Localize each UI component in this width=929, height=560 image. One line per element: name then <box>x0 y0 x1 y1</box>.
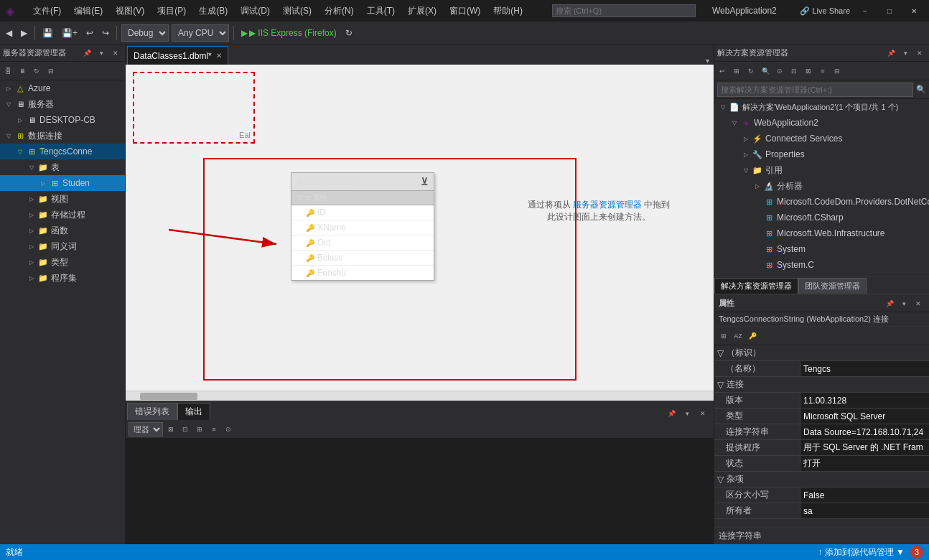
expand-servers[interactable]: ▽ <box>3 98 14 110</box>
debug-config-dropdown[interactable]: Debug <box>121 24 169 42</box>
solex-close-icon[interactable]: ✕ <box>913 47 926 60</box>
expand-desktop[interactable]: ▷ <box>14 114 26 126</box>
expand-tables[interactable]: ▽ <box>26 162 37 173</box>
menu-debug[interactable]: 调试(D) <box>235 4 276 19</box>
bottom-close-icon[interactable]: ✕ <box>696 407 709 420</box>
expand-cs[interactable]: ▷ <box>740 133 752 144</box>
hint-link[interactable]: 服务器资源管理器 <box>573 200 642 210</box>
solex-search-input[interactable] <box>717 83 913 97</box>
expand-functions[interactable]: ▷ <box>26 225 37 236</box>
solex-system-c[interactable]: ⊞ System.C <box>714 257 929 273</box>
platform-dropdown[interactable]: Any CPU <box>172 24 229 42</box>
solex-tool-8[interactable]: ≡ <box>816 65 829 78</box>
expand-stored-procs[interactable]: ▷ <box>26 209 37 220</box>
save-all-btn[interactable]: 💾+ <box>59 24 80 42</box>
expand-azure[interactable]: ▷ <box>3 83 14 94</box>
tab-error-list[interactable]: 错误列表 <box>127 403 177 420</box>
forward-btn[interactable]: ▶ <box>18 24 30 42</box>
notification-badge[interactable]: 3 <box>910 546 923 559</box>
tree-item-tables[interactable]: ▽ 📁 表 <box>0 159 125 175</box>
menu-tools[interactable]: 工具(T) <box>361 4 401 19</box>
tab-close-btn[interactable]: ✕ <box>216 52 222 60</box>
prop-group-connection[interactable]: ▽ 连接 <box>714 377 929 393</box>
filter-icon[interactable]: ⊟ <box>45 65 57 78</box>
menu-help[interactable]: 帮助(H) <box>487 4 528 19</box>
props-sort-alpha-icon[interactable]: AZ <box>732 330 744 342</box>
solex-pin-icon[interactable]: 📌 <box>884 47 897 60</box>
tree-item-data-connections[interactable]: ▽ ⊞ 数据连接 <box>0 128 125 144</box>
connect-db-icon[interactable]: 🗄 <box>1 65 14 78</box>
db-table-widget[interactable]: Studenettable ⊻ ▽ ≡ 属性 🔑 ID 🔑 XName <box>291 172 434 281</box>
horizontal-scrollbar[interactable] <box>126 391 714 401</box>
expand-references[interactable]: ▽ <box>740 164 752 176</box>
maximize-btn[interactable]: □ <box>880 4 899 18</box>
solex-tool-7[interactable]: ⊠ <box>802 65 815 78</box>
solex-tool-2[interactable]: ⊞ <box>730 65 743 78</box>
scrollbar-thumb[interactable] <box>140 393 197 400</box>
solex-tool-6[interactable]: ⊡ <box>788 65 800 78</box>
connect-server-icon[interactable]: 🖥 <box>16 65 29 78</box>
expand-student[interactable]: ▷ <box>37 177 49 189</box>
menu-test[interactable]: 测试(S) <box>277 4 317 19</box>
menu-window[interactable]: 窗口(W) <box>444 4 486 19</box>
props-close-icon[interactable]: ✕ <box>912 297 925 310</box>
solex-tool-3[interactable]: ↻ <box>744 65 757 78</box>
dbml-designer[interactable]: Eal Studenettable ⊻ ▽ ≡ 属性 🔑 <box>126 65 714 401</box>
bottom-chevron-icon[interactable]: ▾ <box>681 407 694 420</box>
solex-tool-9[interactable]: ⊟ <box>831 65 844 78</box>
expand-properties[interactable]: ▷ <box>740 149 752 160</box>
tree-item-tengcs[interactable]: ▽ ⊞ TengcsConne <box>0 144 125 159</box>
props-chevron-icon[interactable]: ▾ <box>897 297 910 310</box>
props-pin-icon[interactable]: 📌 <box>883 297 896 310</box>
collapse-table-icon[interactable]: ⊻ <box>421 176 428 187</box>
solex-ms-csharp[interactable]: ⊞ Microsoft.CSharp <box>714 210 929 225</box>
solex-system[interactable]: ⊞ System <box>714 241 929 257</box>
output-source-select[interactable]: 理器 <box>129 422 163 437</box>
expand-webapp[interactable]: ▽ <box>729 117 740 129</box>
props-sort-cat-icon[interactable]: ⊞ <box>717 330 730 342</box>
tree-item-stored-procs[interactable]: ▷ 📁 存储过程 <box>0 207 125 223</box>
back-btn[interactable]: ◀ <box>3 24 15 42</box>
run-btn[interactable]: ▶ ▶ IIS Express (Firefox) <box>238 24 340 42</box>
solex-ms-codedom[interactable]: ⊞ Microsoft.CodeDom.Providers.DotNetCo <box>714 194 929 210</box>
tree-item-synonyms[interactable]: ▷ 📁 同义词 <box>0 238 125 254</box>
bottom-tool-3[interactable]: ⊞ <box>193 423 206 436</box>
expand-tengcs[interactable]: ▽ <box>14 146 26 157</box>
close-btn[interactable]: ✕ <box>905 4 923 18</box>
solex-references[interactable]: ▽ 📁 引用 <box>714 162 929 178</box>
bottom-tool-5[interactable]: ⊙ <box>222 423 235 436</box>
expand-types[interactable]: ▷ <box>26 256 37 268</box>
bottom-tool-1[interactable]: ⊠ <box>164 423 177 436</box>
liveshare-btn[interactable]: 🔗 Live Share <box>800 6 850 16</box>
props-key-icon[interactable]: 🔑 <box>746 330 759 342</box>
tab-output[interactable]: 输出 <box>177 403 210 420</box>
close-panel-icon[interactable]: ✕ <box>109 47 122 60</box>
chevron-down-icon[interactable]: ▾ <box>95 47 108 60</box>
expand-data-conn[interactable]: ▽ <box>3 130 14 141</box>
expand-assemblies[interactable]: ▷ <box>26 272 37 284</box>
tree-item-functions[interactable]: ▷ 📁 函数 <box>0 223 125 238</box>
tree-item-views[interactable]: ▷ 📁 视图 <box>0 191 125 207</box>
menu-build[interactable]: 生成(B) <box>193 4 233 19</box>
solex-properties[interactable]: ▷ 🔧 Properties <box>714 146 929 162</box>
solex-ms-web-infra[interactable]: ⊞ Microsoft.Web.Infrastructure <box>714 225 929 241</box>
save-btn[interactable]: 💾 <box>39 24 56 42</box>
tree-item-servers[interactable]: ▽ 🖥 服务器 <box>0 96 125 112</box>
minimize-btn[interactable]: − <box>856 4 874 18</box>
expand-views[interactable]: ▷ <box>26 193 37 205</box>
bottom-tool-2[interactable]: ⊡ <box>179 423 192 436</box>
expand-synonyms[interactable]: ▷ <box>26 241 37 252</box>
solex-solution[interactable]: ▽ 📄 解决方案'WebApplication2'(1 个项目/共 1 个) <box>714 99 929 115</box>
bottom-tool-4[interactable]: ≡ <box>207 423 220 436</box>
menu-file[interactable]: 文件(F) <box>27 4 67 19</box>
tree-item-desktop[interactable]: ▷ 🖥 DESKTOP-CB <box>0 112 125 128</box>
refresh-icon[interactable]: ↻ <box>30 65 43 78</box>
redo-btn[interactable]: ↪ <box>99 24 112 42</box>
dbml-editor[interactable]: Eal Studenettable ⊻ ▽ ≡ 属性 🔑 <box>126 65 714 401</box>
prop-group-misc[interactable]: ▽ 杂项 <box>714 472 929 487</box>
solex-connected-services[interactable]: ▷ ⚡ Connected Services <box>714 131 929 146</box>
solex-webapp[interactable]: ▽ ◈ WebApplication2 <box>714 115 929 131</box>
prop-group-identity[interactable]: ▽ （标识） <box>714 345 929 361</box>
undo-btn[interactable]: ↩ <box>83 24 96 42</box>
expand-analyzer[interactable]: ▷ <box>752 180 763 192</box>
